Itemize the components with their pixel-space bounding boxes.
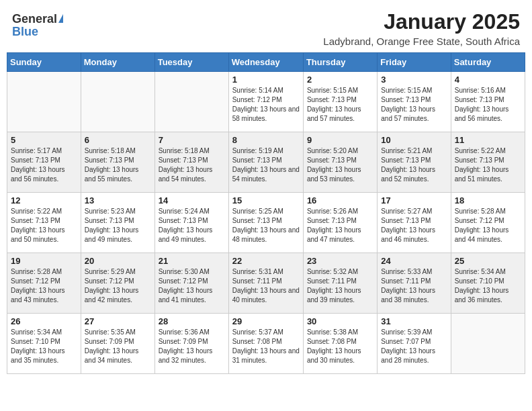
day-number: 21 [159,256,225,266]
day-info: Sunrise: 5:35 AMSunset: 7:09 PMDaylight:… [85,328,151,365]
day-number: 27 [85,316,151,326]
day-info: Sunrise: 5:37 AMSunset: 7:08 PMDaylight:… [232,328,300,365]
header-saturday: Saturday [451,53,525,72]
calendar-cell [451,314,525,374]
header-friday: Friday [378,53,451,72]
day-info: Sunrise: 5:30 AMSunset: 7:12 PMDaylight:… [159,267,225,305]
header-monday: Monday [81,53,154,72]
day-number: 3 [381,75,447,85]
day-number: 25 [455,256,521,266]
logo-icon [58,14,63,23]
calendar-cell: 10Sunrise: 5:21 AMSunset: 7:13 PMDayligh… [378,132,451,193]
day-number: 7 [159,135,225,145]
day-number: 11 [455,135,521,145]
day-info: Sunrise: 5:27 AMSunset: 7:13 PMDaylight:… [381,207,447,244]
month-year-title: January 2025 [323,9,520,34]
calendar-week-1: 1Sunrise: 5:14 AMSunset: 7:12 PMDaylight… [7,72,525,132]
day-number: 23 [307,256,373,266]
day-number: 4 [455,75,521,85]
day-number: 13 [85,195,151,205]
day-info: Sunrise: 5:16 AMSunset: 7:13 PMDaylight:… [455,86,521,124]
day-info: Sunrise: 5:21 AMSunset: 7:13 PMDaylight:… [381,146,447,184]
calendar-cell: 30Sunrise: 5:38 AMSunset: 7:08 PMDayligh… [303,314,377,374]
calendar-cell: 17Sunrise: 5:27 AMSunset: 7:13 PMDayligh… [378,193,451,253]
calendar-week-4: 19Sunrise: 5:28 AMSunset: 7:12 PMDayligh… [7,253,525,314]
calendar-cell: 14Sunrise: 5:24 AMSunset: 7:13 PMDayligh… [154,193,228,253]
day-info: Sunrise: 5:24 AMSunset: 7:13 PMDaylight:… [159,207,225,244]
calendar-cell: 21Sunrise: 5:30 AMSunset: 7:12 PMDayligh… [154,253,228,314]
calendar-cell: 26Sunrise: 5:34 AMSunset: 7:10 PMDayligh… [7,314,81,374]
day-info: Sunrise: 5:15 AMSunset: 7:13 PMDaylight:… [307,86,373,124]
day-number: 31 [381,316,447,326]
day-info: Sunrise: 5:15 AMSunset: 7:13 PMDaylight:… [381,86,447,124]
calendar-cell [154,72,228,132]
calendar-week-5: 26Sunrise: 5:34 AMSunset: 7:10 PMDayligh… [7,314,525,374]
day-number: 19 [11,256,77,266]
day-info: Sunrise: 5:18 AMSunset: 7:13 PMDaylight:… [159,146,225,184]
day-info: Sunrise: 5:29 AMSunset: 7:12 PMDaylight:… [85,267,151,305]
calendar-cell [7,72,81,132]
calendar-cell: 4Sunrise: 5:16 AMSunset: 7:13 PMDaylight… [451,72,525,132]
day-info: Sunrise: 5:25 AMSunset: 7:13 PMDaylight:… [232,207,300,244]
calendar-cell: 16Sunrise: 5:26 AMSunset: 7:13 PMDayligh… [303,193,377,253]
day-number: 6 [85,135,151,145]
calendar-cell: 2Sunrise: 5:15 AMSunset: 7:13 PMDaylight… [303,72,377,132]
day-number: 18 [455,195,521,205]
calendar-cell: 28Sunrise: 5:36 AMSunset: 7:09 PMDayligh… [154,314,228,374]
day-info: Sunrise: 5:38 AMSunset: 7:08 PMDaylight:… [307,328,373,365]
calendar-cell: 31Sunrise: 5:39 AMSunset: 7:07 PMDayligh… [378,314,451,374]
calendar-cell: 5Sunrise: 5:17 AMSunset: 7:13 PMDaylight… [7,132,81,193]
header-tuesday: Tuesday [154,53,228,72]
day-number: 26 [11,316,77,326]
header-wednesday: Wednesday [228,53,303,72]
day-number: 22 [232,256,300,266]
calendar-cell: 24Sunrise: 5:33 AMSunset: 7:11 PMDayligh… [378,253,451,314]
day-number: 29 [232,316,300,326]
day-number: 1 [232,75,300,85]
day-info: Sunrise: 5:19 AMSunset: 7:13 PMDaylight:… [232,146,300,184]
day-number: 24 [381,256,447,266]
calendar-header-row: SundayMondayTuesdayWednesdayThursdayFrid… [7,53,525,72]
calendar-cell: 22Sunrise: 5:31 AMSunset: 7:11 PMDayligh… [228,253,303,314]
day-number: 14 [159,195,225,205]
calendar-cell: 11Sunrise: 5:22 AMSunset: 7:13 PMDayligh… [451,132,525,193]
calendar-week-3: 12Sunrise: 5:22 AMSunset: 7:13 PMDayligh… [7,193,525,253]
calendar-cell: 6Sunrise: 5:18 AMSunset: 7:13 PMDaylight… [81,132,154,193]
day-number: 8 [232,135,300,145]
day-number: 16 [307,195,373,205]
logo-blue-text: Blue [12,25,38,39]
day-number: 10 [381,135,447,145]
day-info: Sunrise: 5:33 AMSunset: 7:11 PMDaylight:… [381,267,447,305]
day-number: 5 [11,135,77,145]
calendar-table: SundayMondayTuesdayWednesdayThursdayFrid… [7,52,525,374]
location-subtitle: Ladybrand, Orange Free State, South Afri… [323,36,520,47]
page-header: General Blue January 2025 Ladybrand, Ora… [7,7,525,50]
day-info: Sunrise: 5:32 AMSunset: 7:11 PMDaylight:… [307,267,373,305]
calendar-cell: 19Sunrise: 5:28 AMSunset: 7:12 PMDayligh… [7,253,81,314]
day-number: 15 [232,195,300,205]
calendar-cell [81,72,154,132]
header-thursday: Thursday [303,53,377,72]
logo: General Blue [12,12,63,39]
day-number: 30 [307,316,373,326]
day-info: Sunrise: 5:28 AMSunset: 7:12 PMDaylight:… [11,267,77,305]
day-info: Sunrise: 5:36 AMSunset: 7:09 PMDaylight:… [159,328,225,365]
calendar-cell: 18Sunrise: 5:28 AMSunset: 7:12 PMDayligh… [451,193,525,253]
day-number: 20 [85,256,151,266]
calendar-cell: 3Sunrise: 5:15 AMSunset: 7:13 PMDaylight… [378,72,451,132]
day-info: Sunrise: 5:28 AMSunset: 7:12 PMDaylight:… [455,207,521,244]
day-info: Sunrise: 5:34 AMSunset: 7:10 PMDaylight:… [455,267,521,305]
day-number: 28 [159,316,225,326]
day-info: Sunrise: 5:14 AMSunset: 7:12 PMDaylight:… [232,86,300,124]
calendar-cell: 13Sunrise: 5:23 AMSunset: 7:13 PMDayligh… [81,193,154,253]
calendar-cell: 9Sunrise: 5:20 AMSunset: 7:13 PMDaylight… [303,132,377,193]
title-section: January 2025 Ladybrand, Orange Free Stat… [323,9,520,47]
day-info: Sunrise: 5:26 AMSunset: 7:13 PMDaylight:… [307,207,373,244]
header-sunday: Sunday [7,53,81,72]
day-info: Sunrise: 5:22 AMSunset: 7:13 PMDaylight:… [11,207,77,244]
calendar-cell: 12Sunrise: 5:22 AMSunset: 7:13 PMDayligh… [7,193,81,253]
day-info: Sunrise: 5:18 AMSunset: 7:13 PMDaylight:… [85,146,151,184]
calendar-cell: 1Sunrise: 5:14 AMSunset: 7:12 PMDaylight… [228,72,303,132]
day-info: Sunrise: 5:20 AMSunset: 7:13 PMDaylight:… [307,146,373,184]
calendar-cell: 27Sunrise: 5:35 AMSunset: 7:09 PMDayligh… [81,314,154,374]
